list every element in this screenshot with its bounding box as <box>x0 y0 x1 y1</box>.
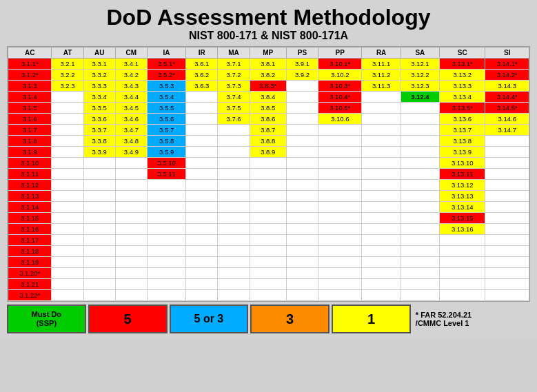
col-header-ac: AC <box>8 48 52 59</box>
table-cell <box>362 125 401 136</box>
table-cell: 3.10.3* <box>318 81 362 92</box>
table-cell <box>401 202 439 213</box>
table-cell <box>318 158 362 169</box>
table-cell <box>318 180 362 191</box>
table-cell <box>401 136 439 147</box>
table-cell: 3.3.1 <box>83 59 115 70</box>
table-cell: 3.8.7 <box>250 125 286 136</box>
table-cell <box>186 224 218 235</box>
table-cell <box>218 235 250 246</box>
table-cell <box>318 213 362 224</box>
table-cell <box>318 169 362 180</box>
table-cell: 3.13.12 <box>440 180 485 191</box>
table-cell: 3.14.3 <box>485 81 529 92</box>
table-cell: 3.1.8 <box>8 136 52 147</box>
table-cell: 3.10.6 <box>318 114 362 125</box>
table-cell <box>83 246 115 257</box>
table-cell <box>362 180 401 191</box>
table-cell: 3.7.1 <box>218 59 250 70</box>
table-cell: 3.7.4 <box>218 92 250 103</box>
table-cell: 3.9.1 <box>286 59 318 70</box>
table-cell <box>83 290 115 301</box>
table-cell <box>52 147 83 158</box>
table-cell <box>186 92 218 103</box>
table-cell <box>52 257 83 268</box>
col-header-mp: MP <box>250 48 286 59</box>
legend-level3: 3 <box>250 305 330 333</box>
table-cell <box>147 213 185 224</box>
table-cell <box>401 114 439 125</box>
table-cell: 3.4.9 <box>115 147 147 158</box>
table-cell: 3.6.3 <box>186 81 218 92</box>
table-cell <box>147 180 185 191</box>
table-row: 3.1.63.3.63.4.63.5.63.7.63.8.63.10.63.13… <box>8 114 529 125</box>
table-cell <box>250 257 286 268</box>
table-cell <box>286 224 318 235</box>
table-cell: 3.13.2 <box>440 70 485 81</box>
table-cell <box>362 191 401 202</box>
table-cell: 3.1.7 <box>8 125 52 136</box>
table-cell <box>52 169 83 180</box>
table-cell: 3.7.3 <box>218 81 250 92</box>
table-cell: 3.4.6 <box>115 114 147 125</box>
table-cell <box>83 191 115 202</box>
table-cell <box>52 180 83 191</box>
table-cell <box>83 158 115 169</box>
table-row: 3.1.93.3.93.4.93.5.93.8.93.13.9 <box>8 147 529 158</box>
table-row: 3.1.153.13.15 <box>8 213 529 224</box>
table-cell <box>52 290 83 301</box>
table-cell <box>440 246 485 257</box>
table-cell <box>83 235 115 246</box>
table-row: 3.1.2*3.2.23.3.23.4.23.5.2*3.6.23.7.23.8… <box>8 70 529 81</box>
table-cell <box>318 136 362 147</box>
table-cell <box>250 224 286 235</box>
table-cell <box>83 213 115 224</box>
table-cell: 3.13.15 <box>440 213 485 224</box>
table-cell <box>52 224 83 235</box>
table-cell <box>186 136 218 147</box>
table-cell <box>485 202 529 213</box>
table-cell <box>401 169 439 180</box>
table-cell <box>318 268 362 279</box>
table-cell <box>52 103 83 114</box>
page-title: DoD Assessment Methodology <box>7 6 530 30</box>
table-cell <box>250 158 286 169</box>
table-cell <box>318 257 362 268</box>
table-cell <box>362 224 401 235</box>
table-cell <box>250 246 286 257</box>
table-cell <box>218 158 250 169</box>
table-cell <box>362 103 401 114</box>
legend-level5: 5 <box>88 305 168 333</box>
table-cell: 3.7.2 <box>218 70 250 81</box>
table-row: 3.1.22* <box>8 290 529 301</box>
table-cell <box>401 224 439 235</box>
table-cell: 3.8.2 <box>250 70 286 81</box>
table-cell <box>362 158 401 169</box>
table-cell <box>401 235 439 246</box>
table-row: 3.1.21 <box>8 279 529 290</box>
table-cell <box>318 279 362 290</box>
table-cell: 3.12.2 <box>401 70 439 81</box>
table-cell <box>250 169 286 180</box>
table-cell <box>250 213 286 224</box>
table-cell <box>286 136 318 147</box>
table-cell: 3.6.1 <box>186 59 218 70</box>
col-header-cm: CM <box>115 48 147 59</box>
table-cell <box>52 202 83 213</box>
table-cell: 3.1.18 <box>8 246 52 257</box>
table-cell <box>115 224 147 235</box>
col-header-ia: IA <box>147 48 185 59</box>
table-cell <box>401 180 439 191</box>
table-cell <box>218 147 250 158</box>
table-cell <box>218 290 250 301</box>
table-cell: 3.3.9 <box>83 147 115 158</box>
table-cell <box>362 246 401 257</box>
table-cell <box>485 257 529 268</box>
table-cell: 3.1.14 <box>8 202 52 213</box>
col-header-ma: MA <box>218 48 250 59</box>
table-cell <box>440 279 485 290</box>
table-cell: 3.14.1* <box>485 59 529 70</box>
page-subtitle: NIST 800-171 & NIST 800-171A <box>7 30 530 42</box>
table-cell <box>250 268 286 279</box>
table-cell: 3.13.8 <box>440 136 485 147</box>
